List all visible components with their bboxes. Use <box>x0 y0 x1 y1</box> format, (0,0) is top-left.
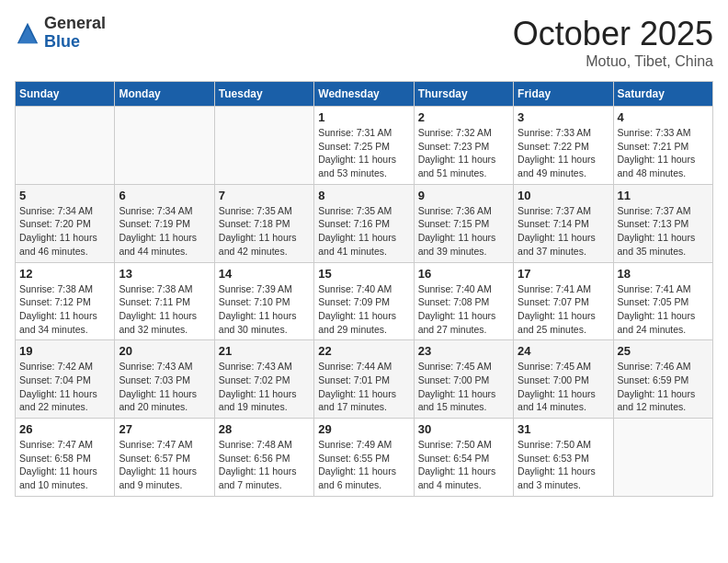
calendar-cell: 28Sunrise: 7:48 AM Sunset: 6:56 PM Dayli… <box>214 419 313 497</box>
day-info: Sunrise: 7:41 AM Sunset: 7:07 PM Dayligh… <box>518 282 609 337</box>
day-number: 18 <box>618 267 709 281</box>
week-row-2: 5Sunrise: 7:34 AM Sunset: 7:20 PM Daylig… <box>16 184 713 262</box>
day-number: 22 <box>318 344 409 358</box>
calendar-body: 1Sunrise: 7:31 AM Sunset: 7:25 PM Daylig… <box>16 107 713 497</box>
calendar-cell: 18Sunrise: 7:41 AM Sunset: 7:05 PM Dayli… <box>613 262 712 340</box>
day-info: Sunrise: 7:48 AM Sunset: 6:56 PM Dayligh… <box>219 438 310 492</box>
svg-marker-1 <box>18 27 37 43</box>
calendar-cell: 31Sunrise: 7:50 AM Sunset: 6:53 PM Dayli… <box>514 419 613 497</box>
week-row-1: 1Sunrise: 7:31 AM Sunset: 7:25 PM Daylig… <box>16 107 713 185</box>
header-day-wednesday: Wednesday <box>314 82 414 107</box>
header-day-saturday: Saturday <box>613 82 712 107</box>
week-row-3: 12Sunrise: 7:38 AM Sunset: 7:12 PM Dayli… <box>16 262 713 340</box>
day-info: Sunrise: 7:31 AM Sunset: 7:25 PM Dayligh… <box>318 126 409 180</box>
day-number: 23 <box>418 344 509 358</box>
calendar-cell: 21Sunrise: 7:43 AM Sunset: 7:02 PM Dayli… <box>214 340 313 419</box>
day-number: 10 <box>518 189 609 202</box>
day-number: 27 <box>119 422 210 436</box>
header-day-tuesday: Tuesday <box>214 82 313 107</box>
day-number: 16 <box>418 267 509 281</box>
day-info: Sunrise: 7:46 AM Sunset: 6:59 PM Dayligh… <box>618 360 709 414</box>
calendar-cell <box>613 419 712 497</box>
day-number: 3 <box>518 110 609 124</box>
page-header: General Blue October 2025 Motuo, Tibet, … <box>15 15 713 70</box>
calendar-cell: 27Sunrise: 7:47 AM Sunset: 6:57 PM Dayli… <box>115 419 214 497</box>
day-number: 7 <box>219 189 310 202</box>
calendar-cell <box>16 107 115 185</box>
day-number: 2 <box>418 110 509 124</box>
day-info: Sunrise: 7:43 AM Sunset: 7:03 PM Dayligh… <box>119 360 210 414</box>
day-number: 24 <box>518 344 609 358</box>
day-number: 30 <box>418 422 509 436</box>
day-info: Sunrise: 7:50 AM Sunset: 6:54 PM Dayligh… <box>418 438 509 492</box>
calendar-cell: 5Sunrise: 7:34 AM Sunset: 7:20 PM Daylig… <box>16 184 115 262</box>
calendar-cell: 30Sunrise: 7:50 AM Sunset: 6:54 PM Dayli… <box>414 419 513 497</box>
calendar-cell: 16Sunrise: 7:40 AM Sunset: 7:08 PM Dayli… <box>414 262 513 340</box>
calendar-table: SundayMondayTuesdayWednesdayThursdayFrid… <box>15 81 713 497</box>
calendar-cell: 7Sunrise: 7:35 AM Sunset: 7:18 PM Daylig… <box>214 184 313 262</box>
day-info: Sunrise: 7:45 AM Sunset: 7:00 PM Dayligh… <box>418 360 509 414</box>
calendar-cell: 4Sunrise: 7:33 AM Sunset: 7:21 PM Daylig… <box>613 107 712 185</box>
day-number: 15 <box>318 267 409 281</box>
calendar-cell: 3Sunrise: 7:33 AM Sunset: 7:22 PM Daylig… <box>514 107 613 185</box>
calendar-cell <box>115 107 214 185</box>
day-info: Sunrise: 7:37 AM Sunset: 7:14 PM Dayligh… <box>518 204 609 259</box>
calendar-cell: 12Sunrise: 7:38 AM Sunset: 7:12 PM Dayli… <box>16 262 115 340</box>
day-info: Sunrise: 7:50 AM Sunset: 6:53 PM Dayligh… <box>518 438 609 492</box>
day-number: 28 <box>219 422 310 436</box>
calendar-cell: 6Sunrise: 7:34 AM Sunset: 7:19 PM Daylig… <box>115 184 214 262</box>
day-info: Sunrise: 7:39 AM Sunset: 7:10 PM Dayligh… <box>219 282 310 337</box>
day-info: Sunrise: 7:34 AM Sunset: 7:20 PM Dayligh… <box>19 204 110 259</box>
day-number: 8 <box>318 189 409 202</box>
day-info: Sunrise: 7:33 AM Sunset: 7:21 PM Dayligh… <box>618 126 709 180</box>
logo-general-text: General <box>44 15 106 33</box>
day-info: Sunrise: 7:40 AM Sunset: 7:08 PM Dayligh… <box>418 282 509 337</box>
calendar-cell: 11Sunrise: 7:37 AM Sunset: 7:13 PM Dayli… <box>613 184 712 262</box>
day-info: Sunrise: 7:42 AM Sunset: 7:04 PM Dayligh… <box>19 360 110 414</box>
day-number: 9 <box>418 189 509 202</box>
day-number: 26 <box>19 422 110 436</box>
day-number: 6 <box>119 189 210 202</box>
header-day-friday: Friday <box>514 82 613 107</box>
day-number: 4 <box>618 110 709 124</box>
day-number: 11 <box>618 189 709 202</box>
day-number: 1 <box>318 110 409 124</box>
day-info: Sunrise: 7:47 AM Sunset: 6:58 PM Dayligh… <box>19 438 110 492</box>
header-row: SundayMondayTuesdayWednesdayThursdayFrid… <box>16 82 713 107</box>
calendar-cell: 19Sunrise: 7:42 AM Sunset: 7:04 PM Dayli… <box>16 340 115 419</box>
calendar-cell: 13Sunrise: 7:38 AM Sunset: 7:11 PM Dayli… <box>115 262 214 340</box>
calendar-cell: 8Sunrise: 7:35 AM Sunset: 7:16 PM Daylig… <box>314 184 414 262</box>
day-number: 20 <box>119 344 210 358</box>
day-info: Sunrise: 7:38 AM Sunset: 7:11 PM Dayligh… <box>119 282 210 337</box>
day-info: Sunrise: 7:34 AM Sunset: 7:19 PM Dayligh… <box>119 204 210 259</box>
day-number: 17 <box>518 267 609 281</box>
day-number: 31 <box>518 422 609 436</box>
calendar-cell: 25Sunrise: 7:46 AM Sunset: 6:59 PM Dayli… <box>613 340 712 419</box>
calendar-cell: 9Sunrise: 7:36 AM Sunset: 7:15 PM Daylig… <box>414 184 513 262</box>
title-block: October 2025 Motuo, Tibet, China <box>513 15 713 70</box>
day-number: 29 <box>318 422 409 436</box>
logo-blue-text: Blue <box>44 33 106 52</box>
day-number: 5 <box>19 189 110 202</box>
day-info: Sunrise: 7:44 AM Sunset: 7:01 PM Dayligh… <box>318 360 409 414</box>
day-info: Sunrise: 7:38 AM Sunset: 7:12 PM Dayligh… <box>19 282 110 337</box>
day-number: 13 <box>119 267 210 281</box>
header-day-sunday: Sunday <box>16 82 115 107</box>
week-row-4: 19Sunrise: 7:42 AM Sunset: 7:04 PM Dayli… <box>16 340 713 419</box>
calendar-cell: 20Sunrise: 7:43 AM Sunset: 7:03 PM Dayli… <box>115 340 214 419</box>
day-info: Sunrise: 7:40 AM Sunset: 7:09 PM Dayligh… <box>318 282 409 337</box>
day-info: Sunrise: 7:33 AM Sunset: 7:22 PM Dayligh… <box>518 126 609 180</box>
day-info: Sunrise: 7:41 AM Sunset: 7:05 PM Dayligh… <box>618 282 709 337</box>
day-info: Sunrise: 7:43 AM Sunset: 7:02 PM Dayligh… <box>219 360 310 414</box>
calendar-cell <box>214 107 313 185</box>
calendar-cell: 26Sunrise: 7:47 AM Sunset: 6:58 PM Dayli… <box>16 419 115 497</box>
month-title: October 2025 <box>513 15 713 53</box>
week-row-5: 26Sunrise: 7:47 AM Sunset: 6:58 PM Dayli… <box>16 419 713 497</box>
calendar-cell: 29Sunrise: 7:49 AM Sunset: 6:55 PM Dayli… <box>314 419 414 497</box>
calendar-cell: 17Sunrise: 7:41 AM Sunset: 7:07 PM Dayli… <box>514 262 613 340</box>
location-subtitle: Motuo, Tibet, China <box>513 53 713 70</box>
calendar-cell: 24Sunrise: 7:45 AM Sunset: 7:00 PM Dayli… <box>514 340 613 419</box>
logo: General Blue <box>15 15 106 52</box>
calendar-cell: 22Sunrise: 7:44 AM Sunset: 7:01 PM Dayli… <box>314 340 414 419</box>
calendar-cell: 2Sunrise: 7:32 AM Sunset: 7:23 PM Daylig… <box>414 107 513 185</box>
